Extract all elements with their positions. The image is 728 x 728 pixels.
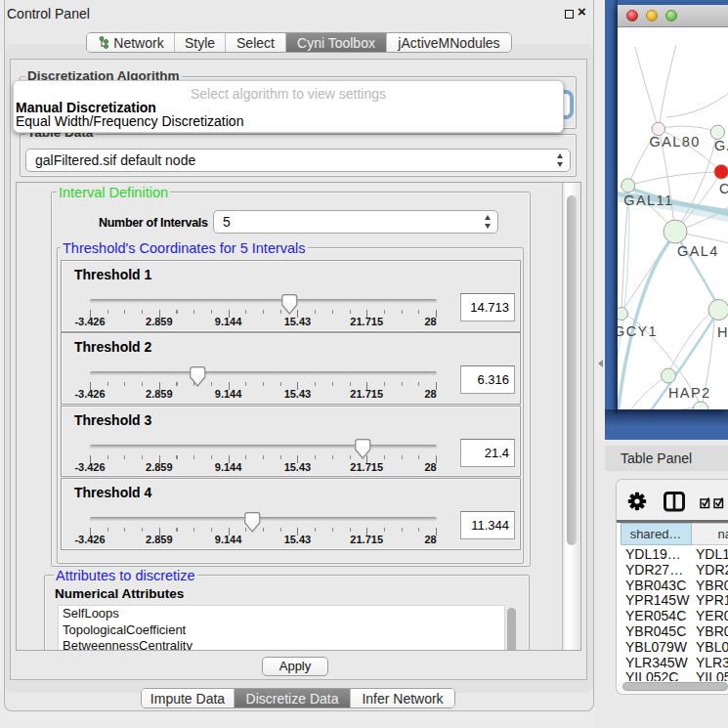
svg-text:C: C [719,181,728,196]
svg-text:GAL4: GAL4 [677,243,719,259]
svg-text:GAL11: GAL11 [623,193,673,208]
svg-text:GA: GA [714,138,728,153]
svg-text:HAP2: HAP2 [668,385,710,401]
svg-text:GCY1: GCY1 [618,323,658,339]
svg-text:HI: HI [717,324,728,340]
svg-text:GAL80: GAL80 [650,134,701,150]
